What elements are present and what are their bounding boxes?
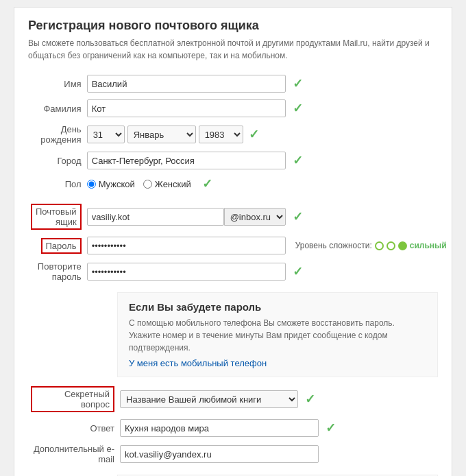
gender-label: Пол (28, 173, 84, 195)
strength-label-text: Уровень сложности: (295, 241, 372, 250)
confirm-password-label: Повторите пароль (28, 258, 84, 285)
strength-dot-3 (398, 241, 407, 250)
email-domain-select[interactable]: @inbox.ru @mail.ru @bk.ru @list.ru (224, 208, 286, 226)
strength-dot-1 (375, 241, 384, 250)
recovery-text: С помощью мобильного телефона Вы сможете… (129, 317, 426, 354)
password-input[interactable] (87, 237, 286, 254)
dob-check: ✓ (249, 127, 259, 142)
confirm-password-input[interactable] (87, 263, 286, 281)
password-label-outlined: Пароль (41, 238, 82, 254)
answer-label: Ответ (28, 416, 117, 440)
city-check: ✓ (293, 153, 303, 168)
email-label: Почтовый ящик (28, 200, 84, 233)
secret-question-check: ✓ (305, 392, 315, 407)
recovery-title: Если Вы забудете пароль (129, 301, 426, 313)
extra-email-label: Дополнительный e-mail (28, 440, 117, 468)
gender-male-label[interactable]: Мужской (87, 179, 135, 189)
email-check: ✓ (293, 209, 303, 224)
page-title: Регистрация нового почтового ящика (28, 19, 438, 33)
email-input[interactable] (87, 208, 224, 226)
first-name-check: ✓ (293, 76, 303, 91)
confirm-password-check: ✓ (293, 264, 303, 279)
email-label-outlined: Почтовый ящик (31, 204, 82, 230)
gender-female-label[interactable]: Женский (143, 179, 191, 189)
phone-link[interactable]: У меня есть мобильный телефон (129, 358, 267, 368)
first-name-label: Имя (28, 71, 84, 96)
gender-check: ✓ (202, 176, 212, 191)
password-strength-container: Уровень сложности: сильный (295, 241, 447, 250)
first-name-input[interactable] (87, 75, 286, 93)
secret-question-label: Секретный вопрос (28, 383, 117, 416)
city-input[interactable] (87, 152, 286, 169)
password-label: Пароль (28, 233, 84, 258)
registration-container: Регистрация нового почтового ящика Вы см… (14, 7, 452, 476)
gender-female-radio[interactable] (143, 180, 152, 189)
extra-email-input[interactable] (120, 445, 319, 463)
secret-question-select[interactable]: Название Вашей любимой книги Кличка дома… (120, 390, 298, 408)
last-name-check: ✓ (293, 101, 303, 116)
gender-male-radio[interactable] (87, 180, 96, 189)
last-name-label: Фамилия (28, 96, 84, 121)
dob-day-select[interactable]: 31 (87, 126, 125, 143)
answer-input[interactable] (120, 419, 319, 437)
dob-month-select[interactable]: Январь (127, 126, 196, 143)
secret-question-label-outlined: Секретный вопрос (31, 386, 114, 412)
dob-label: День рождения (28, 121, 84, 148)
answer-check: ✓ (326, 420, 336, 436)
strength-value: сильный (410, 241, 447, 250)
page-subtitle: Вы сможете пользоваться бесплатной элект… (28, 37, 438, 62)
strength-dot-2 (387, 241, 395, 250)
last-name-input[interactable] (87, 99, 286, 117)
password-recovery-section: Если Вы забудете пароль С помощью мобиль… (117, 292, 438, 377)
city-label: Город (28, 148, 84, 173)
dob-year-select[interactable]: 1983 (199, 126, 243, 143)
